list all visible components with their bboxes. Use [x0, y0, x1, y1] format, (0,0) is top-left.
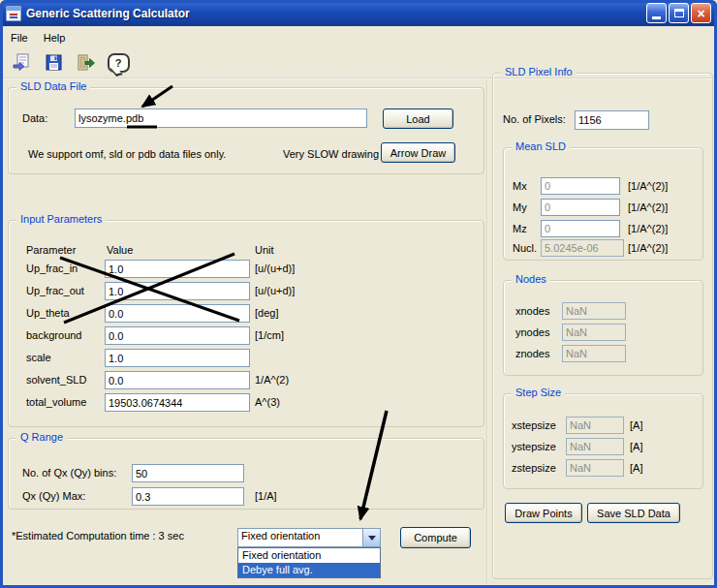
estimated-time-label: *Estimated Computation time : 3 sec [12, 530, 184, 542]
mz-value-field [541, 220, 620, 237]
mx-value-field [541, 177, 620, 195]
ynodes-value-field [562, 324, 626, 341]
nodes-subgroup: Nodes xnodes ynodes znodes [503, 280, 703, 376]
exit-button[interactable] [74, 50, 99, 76]
save-sld-data-button[interactable]: Save SLD Data [587, 503, 680, 523]
dropdown-option-debye[interactable]: Debye full avg. [238, 563, 380, 577]
step-size-subgroup: Step Size xstepsize [A] ystepsize [A] zs… [503, 393, 703, 489]
load-button[interactable]: Load [383, 108, 453, 129]
open-file-icon [12, 52, 33, 74]
save-file-icon [44, 52, 65, 74]
minimize-button[interactable] [646, 3, 667, 23]
param-unit-background: [1/cm] [255, 329, 284, 341]
close-icon: × [697, 7, 704, 20]
combobox-value: Fixed orientation [238, 529, 362, 546]
column-header-parameter: Parameter [26, 244, 76, 256]
panel-separator [486, 79, 488, 584]
dropdown-option-fixed[interactable]: Fixed orientation [238, 548, 380, 563]
xstepsize-value-field [566, 417, 624, 434]
xnodes-label: xnodes [515, 305, 549, 317]
window-title: Generic Scattering Calculator [26, 7, 190, 20]
mx-unit: [1/A^(2)] [628, 180, 668, 192]
mx-label: Mx [513, 180, 527, 192]
my-label: My [513, 201, 527, 213]
param-input-scale[interactable] [105, 349, 250, 367]
slow-drawing-note: Very SLOW drawing --> [283, 148, 395, 160]
support-note: We support omf, sld or pdb data files on… [28, 148, 226, 160]
draw-points-button[interactable]: Draw Points [505, 503, 582, 523]
ystepsize-unit: [A] [630, 441, 642, 452]
nucl-unit: [1/A^(2)] [628, 242, 668, 254]
qx-bins-input[interactable] [132, 464, 244, 482]
maximize-icon [674, 9, 684, 17]
param-input-solvent-sld[interactable] [105, 371, 250, 389]
subgroup-title: Step Size [512, 387, 565, 398]
window-controls: × [646, 3, 711, 23]
menu-help[interactable]: Help [36, 30, 74, 46]
compute-button[interactable]: Compute [400, 527, 471, 548]
ynodes-label: ynodes [515, 326, 549, 338]
input-parameters-group: Input Parameters Parameter Value Unit Up… [8, 220, 484, 427]
pixels-value-field [575, 110, 649, 130]
param-label-background: background [26, 329, 82, 341]
param-input-up-frac-out[interactable] [105, 282, 250, 300]
param-unit-up-frac-in: [u/(u+d)] [255, 263, 295, 274]
column-header-unit: Unit [255, 244, 274, 256]
subgroup-title: Mean SLD [512, 140, 570, 152]
nucl-label: Nucl. [513, 242, 537, 254]
data-file-input[interactable] [75, 108, 367, 128]
orientation-combobox[interactable]: Fixed orientation [237, 528, 381, 547]
qx-max-input[interactable] [132, 487, 244, 506]
mz-label: Mz [513, 223, 527, 234]
ystepsize-label: ystepsize [512, 441, 556, 452]
znodes-label: znodes [515, 348, 549, 359]
chevron-down-icon [368, 536, 376, 541]
exit-icon [76, 52, 97, 74]
mz-unit: [1/A^(2)] [628, 223, 668, 234]
group-title: SLD Data File [16, 80, 90, 92]
znodes-value-field [562, 345, 626, 362]
qx-bins-label: No. of Qx (Qy) bins: [22, 467, 116, 479]
menu-bar: File Help [3, 28, 714, 47]
param-input-background[interactable] [105, 326, 250, 345]
mean-sld-subgroup: Mean SLD Mx [1/A^(2)] My [1/A^(2)] Mz [1… [503, 147, 703, 261]
app-icon [6, 6, 21, 21]
ystepsize-value-field [566, 438, 624, 455]
param-unit-solvent-sld: 1/A^(2) [255, 374, 289, 386]
group-title: Q Range [16, 431, 67, 443]
q-range-group: Q Range No. of Qx (Qy) bins: Qx (Qy) Max… [8, 438, 484, 510]
param-unit-up-theta: [deg] [255, 307, 278, 319]
minimize-icon [652, 16, 661, 19]
param-label-up-frac-in: Up_frac_in [26, 263, 78, 274]
menu-file[interactable]: File [3, 30, 36, 46]
param-label-solvent-sld: solvent_SLD [26, 374, 86, 386]
app-window: Generic Scattering Calculator × File Hel… [0, 0, 717, 588]
my-value-field [541, 199, 620, 216]
arrow-draw-button[interactable]: Arrow Draw [381, 142, 455, 163]
zstepsize-label: zstepsize [512, 462, 556, 474]
help-button[interactable]: ? [106, 50, 131, 76]
qx-max-label: Qx (Qy) Max: [22, 490, 85, 502]
open-file-button[interactable] [10, 50, 35, 76]
xnodes-value-field [562, 302, 626, 320]
my-unit: [1/A^(2)] [628, 201, 668, 213]
help-icon: ? [108, 53, 130, 73]
param-input-total-volume[interactable] [105, 393, 250, 412]
group-title: Input Parameters [16, 213, 106, 225]
sld-data-file-group: SLD Data File Data: Load We support omf,… [8, 87, 484, 174]
xstepsize-unit: [A] [630, 419, 642, 431]
param-input-up-frac-in[interactable] [105, 260, 250, 278]
param-input-up-theta[interactable] [105, 304, 250, 323]
param-label-scale: scale [26, 352, 51, 363]
column-header-value: Value [107, 244, 133, 256]
sld-pixel-info-group: SLD Pixel Info No. of Pixels: Mean SLD M… [492, 73, 713, 579]
title-bar: Generic Scattering Calculator × [0, 0, 717, 26]
maximize-button[interactable] [669, 3, 689, 23]
pixels-label: No. of Pixels: [503, 113, 566, 125]
param-label-total-volume: total_volume [26, 396, 86, 408]
zstepsize-value-field [566, 459, 624, 477]
param-unit-total-volume: A^(3) [255, 396, 280, 408]
close-button[interactable]: × [691, 3, 711, 23]
save-file-button[interactable] [42, 50, 67, 76]
combobox-dropdown-button[interactable] [362, 529, 380, 546]
